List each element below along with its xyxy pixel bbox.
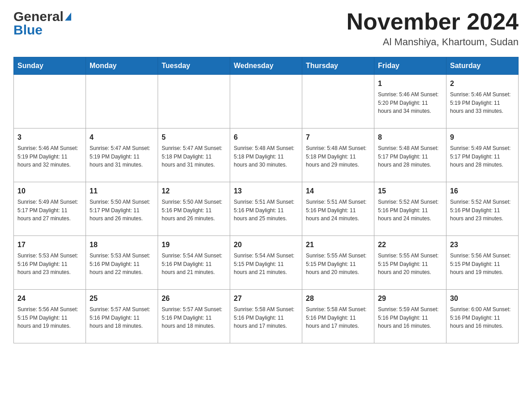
table-row: 18Sunrise: 5:53 AM Sunset: 5:16 PM Dayli… [86, 236, 158, 290]
day-info: Sunrise: 5:48 AM Sunset: 5:18 PM Dayligh… [234, 144, 298, 169]
calendar-header-row: Sunday Monday Tuesday Wednesday Thursday… [14, 57, 519, 75]
table-row: 26Sunrise: 5:57 AM Sunset: 5:16 PM Dayli… [158, 290, 230, 343]
day-number: 3 [17, 132, 82, 143]
table-row: 24Sunrise: 5:56 AM Sunset: 5:15 PM Dayli… [14, 290, 86, 343]
day-info: Sunrise: 5:49 AM Sunset: 5:17 PM Dayligh… [17, 198, 82, 223]
day-info: Sunrise: 5:46 AM Sunset: 5:19 PM Dayligh… [17, 144, 82, 169]
day-number: 4 [90, 132, 154, 143]
calendar-week-row: 10Sunrise: 5:49 AM Sunset: 5:17 PM Dayli… [14, 182, 519, 236]
table-row [14, 75, 86, 128]
day-info: Sunrise: 5:50 AM Sunset: 5:17 PM Dayligh… [90, 198, 154, 223]
logo-arrow-icon [65, 13, 71, 21]
day-number: 1 [378, 78, 442, 89]
day-number: 12 [162, 186, 226, 197]
header-wednesday: Wednesday [230, 57, 302, 75]
day-info: Sunrise: 5:57 AM Sunset: 5:16 PM Dayligh… [90, 305, 154, 330]
day-number: 11 [90, 186, 154, 197]
logo-general: General [13, 9, 71, 24]
day-number: 29 [378, 293, 442, 304]
day-number: 7 [306, 132, 370, 143]
header-friday: Friday [374, 57, 446, 75]
day-info: Sunrise: 5:53 AM Sunset: 5:16 PM Dayligh… [17, 252, 82, 277]
day-info: Sunrise: 5:58 AM Sunset: 5:16 PM Dayligh… [234, 305, 298, 330]
table-row: 11Sunrise: 5:50 AM Sunset: 5:17 PM Dayli… [86, 182, 158, 236]
table-row [86, 75, 158, 128]
day-info: Sunrise: 5:54 AM Sunset: 5:16 PM Dayligh… [162, 252, 226, 277]
day-info: Sunrise: 5:53 AM Sunset: 5:16 PM Dayligh… [90, 252, 154, 277]
day-info: Sunrise: 5:48 AM Sunset: 5:17 PM Dayligh… [378, 144, 442, 169]
table-row: 7Sunrise: 5:48 AM Sunset: 5:18 PM Daylig… [302, 128, 374, 182]
table-row: 27Sunrise: 5:58 AM Sunset: 5:16 PM Dayli… [230, 290, 302, 343]
table-row: 3Sunrise: 5:46 AM Sunset: 5:19 PM Daylig… [14, 128, 86, 182]
day-number: 26 [162, 293, 226, 304]
day-number: 6 [234, 132, 298, 143]
day-number: 21 [306, 240, 370, 250]
day-number: 24 [17, 293, 82, 304]
title-area: November 2024 Al Manshiya, Khartoum, Sud… [347, 9, 519, 48]
calendar-week-row: 1Sunrise: 5:46 AM Sunset: 5:20 PM Daylig… [14, 75, 519, 128]
day-number: 5 [162, 132, 226, 143]
table-row: 29Sunrise: 5:59 AM Sunset: 5:16 PM Dayli… [374, 290, 446, 343]
day-number: 17 [17, 240, 82, 250]
table-row: 4Sunrise: 5:47 AM Sunset: 5:19 PM Daylig… [86, 128, 158, 182]
header-thursday: Thursday [302, 57, 374, 75]
day-info: Sunrise: 5:47 AM Sunset: 5:18 PM Dayligh… [162, 144, 226, 169]
day-number: 19 [162, 240, 226, 250]
calendar-week-row: 24Sunrise: 5:56 AM Sunset: 5:15 PM Dayli… [14, 290, 519, 343]
day-number: 9 [450, 132, 515, 143]
table-row: 19Sunrise: 5:54 AM Sunset: 5:16 PM Dayli… [158, 236, 230, 290]
day-info: Sunrise: 5:46 AM Sunset: 5:20 PM Dayligh… [378, 90, 442, 116]
header-sunday: Sunday [14, 57, 86, 75]
logo-blue: Blue [13, 22, 43, 38]
day-number: 22 [378, 240, 442, 250]
table-row: 1Sunrise: 5:46 AM Sunset: 5:20 PM Daylig… [374, 75, 446, 128]
day-info: Sunrise: 5:55 AM Sunset: 5:15 PM Dayligh… [378, 252, 442, 277]
day-number: 2 [450, 78, 515, 89]
calendar-week-row: 3Sunrise: 5:46 AM Sunset: 5:19 PM Daylig… [14, 128, 519, 182]
table-row: 23Sunrise: 5:56 AM Sunset: 5:15 PM Dayli… [446, 236, 519, 290]
table-row: 15Sunrise: 5:52 AM Sunset: 5:16 PM Dayli… [374, 182, 446, 236]
day-number: 23 [450, 240, 515, 250]
table-row [230, 75, 302, 128]
day-number: 14 [306, 186, 370, 197]
day-info: Sunrise: 5:51 AM Sunset: 5:16 PM Dayligh… [306, 198, 370, 223]
day-number: 8 [378, 132, 442, 143]
table-row: 10Sunrise: 5:49 AM Sunset: 5:17 PM Dayli… [14, 182, 86, 236]
header-monday: Monday [86, 57, 158, 75]
table-row: 14Sunrise: 5:51 AM Sunset: 5:16 PM Dayli… [302, 182, 374, 236]
table-row: 25Sunrise: 5:57 AM Sunset: 5:16 PM Dayli… [86, 290, 158, 343]
day-number: 20 [234, 240, 298, 250]
table-row: 28Sunrise: 5:58 AM Sunset: 5:16 PM Dayli… [302, 290, 374, 343]
day-number: 16 [450, 186, 515, 197]
day-info: Sunrise: 5:48 AM Sunset: 5:18 PM Dayligh… [306, 144, 370, 169]
day-info: Sunrise: 5:59 AM Sunset: 5:16 PM Dayligh… [378, 305, 442, 330]
calendar-title: November 2024 [347, 9, 519, 34]
day-number: 28 [306, 293, 370, 304]
day-info: Sunrise: 5:47 AM Sunset: 5:19 PM Dayligh… [90, 144, 154, 169]
day-number: 25 [90, 293, 154, 304]
day-info: Sunrise: 5:56 AM Sunset: 5:15 PM Dayligh… [17, 305, 82, 330]
table-row: 20Sunrise: 5:54 AM Sunset: 5:15 PM Dayli… [230, 236, 302, 290]
day-info: Sunrise: 5:57 AM Sunset: 5:16 PM Dayligh… [162, 305, 226, 330]
day-info: Sunrise: 6:00 AM Sunset: 5:16 PM Dayligh… [450, 305, 515, 330]
table-row: 17Sunrise: 5:53 AM Sunset: 5:16 PM Dayli… [14, 236, 86, 290]
day-info: Sunrise: 5:50 AM Sunset: 5:16 PM Dayligh… [162, 198, 226, 223]
header: General Blue November 2024 Al Manshiya, … [13, 9, 519, 48]
day-info: Sunrise: 5:56 AM Sunset: 5:15 PM Dayligh… [450, 252, 515, 277]
header-tuesday: Tuesday [158, 57, 230, 75]
day-number: 30 [450, 293, 515, 304]
table-row [302, 75, 374, 128]
table-row: 21Sunrise: 5:55 AM Sunset: 5:15 PM Dayli… [302, 236, 374, 290]
calendar-table: Sunday Monday Tuesday Wednesday Thursday… [13, 57, 519, 343]
table-row: 8Sunrise: 5:48 AM Sunset: 5:17 PM Daylig… [374, 128, 446, 182]
table-row [158, 75, 230, 128]
day-info: Sunrise: 5:49 AM Sunset: 5:17 PM Dayligh… [450, 144, 515, 169]
location-subtitle: Al Manshiya, Khartoum, Sudan [347, 36, 519, 48]
logo: General Blue [13, 9, 71, 38]
table-row: 5Sunrise: 5:47 AM Sunset: 5:18 PM Daylig… [158, 128, 230, 182]
table-row: 13Sunrise: 5:51 AM Sunset: 5:16 PM Dayli… [230, 182, 302, 236]
day-info: Sunrise: 5:54 AM Sunset: 5:15 PM Dayligh… [234, 252, 298, 277]
table-row: 6Sunrise: 5:48 AM Sunset: 5:18 PM Daylig… [230, 128, 302, 182]
table-row: 16Sunrise: 5:52 AM Sunset: 5:16 PM Dayli… [446, 182, 519, 236]
table-row: 2Sunrise: 5:46 AM Sunset: 5:19 PM Daylig… [446, 75, 519, 128]
